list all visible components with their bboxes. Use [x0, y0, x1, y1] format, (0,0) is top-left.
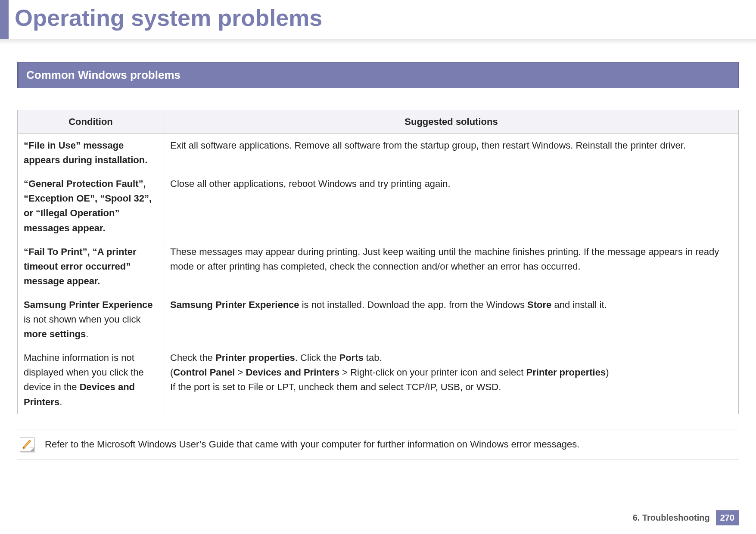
- cell-solution: Samsung Printer Experience is not instal…: [164, 293, 739, 346]
- cell-solution: Check the Printer properties. Click the …: [164, 346, 739, 414]
- table-row: Samsung Printer Experience is not shown …: [18, 293, 739, 346]
- th-solutions: Suggested solutions: [164, 110, 739, 134]
- title-bar: Operating system problems: [0, 0, 756, 39]
- note-text: Refer to the Microsoft Windows User’s Gu…: [45, 439, 579, 450]
- table-row: Machine information is not displayed whe…: [18, 346, 739, 414]
- accent-block: [0, 0, 9, 39]
- page-footer: 6. Troubleshooting 270: [633, 510, 739, 525]
- page-title: Operating system problems: [9, 0, 756, 39]
- table-row: “Fail To Print”, “A printer timeout erro…: [18, 240, 739, 293]
- table-row: “General Protection Fault”, “Exception O…: [18, 172, 739, 240]
- cell-solution: These messages may appear during printin…: [164, 240, 739, 293]
- cell-condition: “File in Use” message appears during ins…: [18, 134, 164, 172]
- cell-condition: Machine information is not displayed whe…: [18, 346, 164, 414]
- th-condition: Condition: [18, 110, 164, 134]
- cell-solution: Close all other applications, reboot Win…: [164, 172, 739, 240]
- note-block: Refer to the Microsoft Windows User’s Gu…: [17, 429, 739, 460]
- note-icon: [20, 437, 34, 452]
- table-row: “File in Use” message appears during ins…: [18, 134, 739, 172]
- cell-condition: Samsung Printer Experience is not shown …: [18, 293, 164, 346]
- cell-condition: “General Protection Fault”, “Exception O…: [18, 172, 164, 240]
- section-heading: Common Windows problems: [17, 62, 739, 88]
- cell-condition: “Fail To Print”, “A printer timeout erro…: [18, 240, 164, 293]
- footer-chapter: 6. Troubleshooting: [633, 513, 710, 523]
- problems-table: Condition Suggested solutions “File in U…: [17, 110, 739, 414]
- cell-solution: Exit all software applications. Remove a…: [164, 134, 739, 172]
- title-divider: [0, 39, 756, 45]
- footer-page-number: 270: [716, 510, 739, 525]
